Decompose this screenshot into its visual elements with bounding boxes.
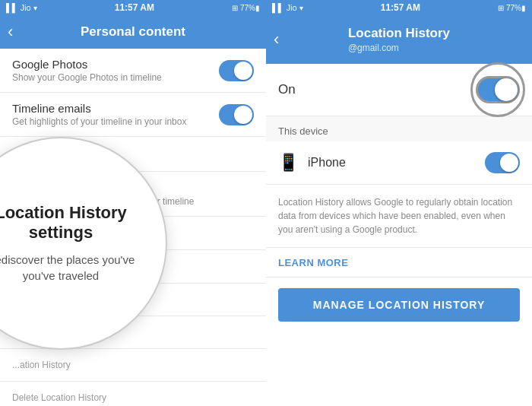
google-photos-sublabel: Show your Google Photos in timeline <box>12 72 219 83</box>
left-nav-bar: ‹ Personal content <box>0 15 266 49</box>
phone-icon: 📱 <box>278 153 299 173</box>
magnifier-title: Location History settings <box>0 203 143 243</box>
right-panel: ▌▌ Jio ▾ 11:57 AM ⊞ 77%▮ ‹ Location Hist… <box>266 0 532 406</box>
timeline-emails-text: Timeline emails Get highlights of your t… <box>12 102 219 127</box>
timeline-emails-label: Timeline emails <box>12 102 219 115</box>
status-right: ⊞ 77%▮ <box>232 4 260 12</box>
left-panel: ▌▌ Jio ▾ 11:57 AM ⊞ 77%▮ ‹ Personal cont… <box>0 0 266 406</box>
right-time: 11:57 AM <box>381 2 420 13</box>
right-nav-subtitle: @gmail.com <box>348 43 450 53</box>
learn-more-row: LEARN MORE <box>266 248 532 278</box>
device-left: 📱 iPhone <box>278 153 346 173</box>
left-status-bar: ▌▌ Jio ▾ 11:57 AM ⊞ 77%▮ <box>0 0 266 15</box>
left-nav-title: Personal content <box>81 24 185 40</box>
battery-left: 77%▮ <box>240 4 260 12</box>
right-status-right-group: ⊞ 77%▮ <box>498 4 526 12</box>
on-row: On <box>266 64 532 116</box>
back-button-left[interactable]: ‹ <box>8 22 13 42</box>
timeline-emails-toggle[interactable] <box>219 104 254 125</box>
main-toggle[interactable] <box>476 76 520 103</box>
right-nav-titles: Location History @gmail.com <box>348 26 450 53</box>
status-left: ▌▌ Jio ▾ <box>6 3 37 12</box>
learn-more-link[interactable]: LEARN MORE <box>278 257 348 268</box>
info-text: Location History allows Google to regula… <box>266 185 532 248</box>
on-label: On <box>278 82 296 97</box>
device-toggle[interactable] <box>485 152 520 173</box>
manage-location-history-button[interactable]: MANAGE LOCATION HISTORY <box>278 288 520 322</box>
device-name: iPhone <box>308 156 346 170</box>
right-bluetooth-icon: ⊞ <box>498 4 504 12</box>
placeholder-row-6: Delete Location History <box>0 382 266 406</box>
timeline-emails-sublabel: Get highlights of your timeline in your … <box>12 116 219 127</box>
back-button-right[interactable]: ‹ <box>274 30 279 49</box>
time-left: 11:57 AM <box>115 2 154 13</box>
carrier-left: ▌▌ Jio <box>6 3 31 12</box>
right-status-bar: ▌▌ Jio ▾ 11:57 AM ⊞ 77%▮ <box>266 0 532 15</box>
timeline-emails-item: Timeline emails Get highlights of your t… <box>0 93 266 137</box>
right-wifi-icon: ▾ <box>299 4 303 12</box>
right-nav-bar: ‹ Location History @gmail.com <box>266 15 532 64</box>
right-status-left: ▌▌ Jio ▾ <box>272 3 303 12</box>
right-carrier: ▌▌ Jio <box>272 3 297 12</box>
google-photos-label: Google Photos <box>12 58 219 71</box>
wifi-icon: ▾ <box>33 4 37 12</box>
google-photos-item: Google Photos Show your Google Photos in… <box>0 49 266 93</box>
placeholder-row-5: ...ation History <box>0 349 266 382</box>
google-photos-toggle[interactable] <box>219 60 254 81</box>
bluetooth-icon: ⊞ <box>232 4 238 12</box>
magnifier-subtitle: Rediscover the places you've you've trav… <box>0 252 143 284</box>
google-photos-text: Google Photos Show your Google Photos in… <box>12 58 219 83</box>
device-row: 📱 iPhone <box>266 141 532 185</box>
manage-btn-row: MANAGE LOCATION HISTORY <box>266 278 532 332</box>
right-battery: 77%▮ <box>506 4 526 12</box>
right-nav-title: Location History <box>348 26 450 41</box>
this-device-header: This device <box>266 116 532 141</box>
on-toggle-wrapper <box>476 76 520 103</box>
